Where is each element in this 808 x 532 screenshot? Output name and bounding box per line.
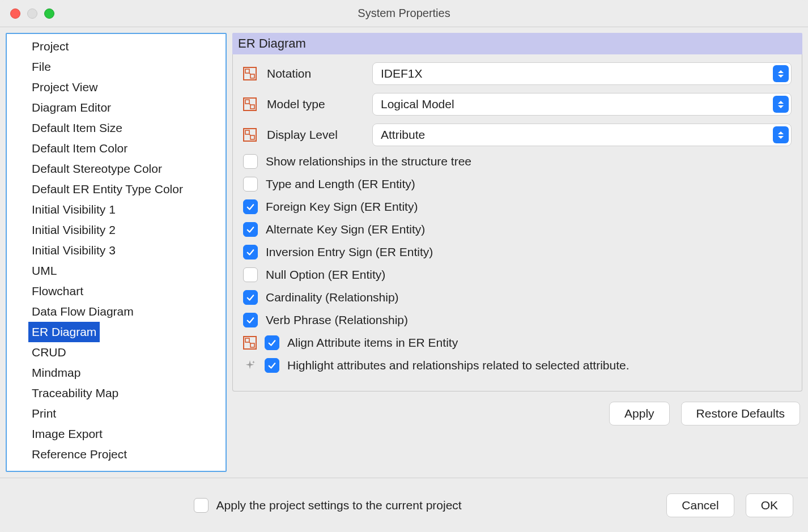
sidebar-item[interactable]: Traceability Map [7,383,226,403]
minimize-icon[interactable] [27,8,37,19]
sidebar-item[interactable]: File [7,57,226,77]
window-controls [10,8,54,19]
row-fk-sign: Foreign Key Sign (ER Entity) [243,199,792,214]
checkbox-verb-phrase[interactable] [243,313,258,327]
category-sidebar[interactable]: ProjectFileProject ViewDiagram EditorDef… [6,33,227,472]
svg-rect-5 [245,100,249,104]
row-highlight: Highlight attributes and relationships r… [243,358,792,373]
label-apply-project: Apply the project settings to the curren… [216,499,462,512]
sidebar-item[interactable]: Data Flow Diagram [7,301,226,322]
sidebar-item[interactable]: Default Item Color [7,138,226,159]
row-show-rel-tree: Show relationships in the structure tree [243,154,792,169]
svg-line-3 [249,73,250,74]
settings-main: ER Diagram Notation IDEF1X [232,33,802,472]
label-model-type: Model type [267,97,363,111]
sidebar-item[interactable]: Flowchart [7,281,226,301]
row-ak-sign: Alternate Key Sign (ER Entity) [243,222,792,237]
checkbox-highlight[interactable] [265,358,279,373]
er-icon [243,128,257,142]
svg-line-7 [249,104,250,105]
svg-line-15 [249,342,250,343]
maximize-icon[interactable] [44,8,54,19]
select-display-level-value: Attribute [381,128,425,142]
label-type-length: Type and Length (ER Entity) [266,177,415,191]
label-show-rel-tree: Show relationships in the structure tree [266,155,471,168]
label-cardinality: Cardinality (Relationship) [266,291,399,304]
checkbox-cardinality[interactable] [243,290,258,305]
checkbox-align-attr[interactable] [265,335,279,350]
panel-buttons: Apply Restore Defaults [232,391,802,425]
sidebar-item[interactable]: Project [7,36,226,57]
sidebar-item[interactable]: Image Export [7,424,226,444]
restore-defaults-button[interactable]: Restore Defaults [681,402,800,425]
stepper-icon [773,65,789,82]
sidebar-item[interactable]: Initial Visibility 3 [7,240,226,261]
window-title: System Properties [0,7,808,20]
label-notation: Notation [267,67,363,80]
cancel-button[interactable]: Cancel [666,493,734,517]
sidebar-item[interactable]: CRUD [7,342,226,363]
row-ie-sign: Inversion Entry Sign (ER Entity) [243,245,792,259]
stepper-icon [773,96,789,113]
sidebar-item[interactable]: Default Item Size [7,118,226,138]
label-ak-sign: Alternate Key Sign (ER Entity) [266,223,425,236]
label-null-option: Null Option (ER Entity) [266,268,385,282]
er-icon [243,67,257,80]
checkbox-fk-sign[interactable] [243,199,258,214]
row-display-level: Display Level Attribute [243,124,792,146]
sidebar-item[interactable]: Default ER Entity Type Color [7,179,226,199]
row-align-attr: Align Attribute items in ER Entity [243,335,792,350]
er-icon [243,97,257,111]
svg-rect-2 [250,74,254,78]
panel-header: ER Diagram [232,33,802,54]
checkbox-type-length[interactable] [243,177,258,191]
select-model-type[interactable]: Logical Model [372,93,792,116]
panel-body: Notation IDEF1X Model type Logical Model [232,54,802,391]
label-align-attr: Align Attribute items in ER Entity [287,336,458,350]
svg-line-11 [249,134,250,135]
sidebar-item[interactable]: Mindmap [7,363,226,383]
ok-button[interactable]: OK [746,493,793,517]
svg-rect-13 [245,338,249,342]
row-model-type: Model type Logical Model [243,93,792,116]
close-icon[interactable] [10,8,20,19]
sidebar-item[interactable]: Initial Visibility 2 [7,220,226,240]
row-notation: Notation IDEF1X [243,62,792,85]
row-type-length: Type and Length (ER Entity) [243,177,792,191]
sidebar-item[interactable]: Initial Visibility 1 [7,199,226,220]
row-null-option: Null Option (ER Entity) [243,267,792,282]
sidebar-item[interactable]: Print [7,403,226,424]
label-display-level: Display Level [267,128,363,142]
select-display-level[interactable]: Attribute [372,124,792,146]
sparkle-icon [243,359,257,372]
select-model-type-value: Logical Model [381,97,454,111]
label-verb-phrase: Verb Phrase (Relationship) [266,313,408,327]
sidebar-item[interactable]: UML [7,261,226,281]
sidebar-item[interactable]: Diagram Editor [7,97,226,118]
titlebar: System Properties [0,0,808,27]
svg-rect-6 [250,105,254,109]
checkbox-null-option[interactable] [243,267,258,282]
checkbox-ak-sign[interactable] [243,222,258,237]
sidebar-item[interactable]: ER Diagram [28,322,100,342]
checkbox-show-rel-tree[interactable] [243,154,258,169]
er-icon [243,336,257,350]
svg-rect-1 [245,69,249,73]
row-verb-phrase: Verb Phrase (Relationship) [243,313,792,327]
label-ie-sign: Inversion Entry Sign (ER Entity) [266,245,433,259]
system-properties-window: System Properties ProjectFileProject Vie… [0,0,808,532]
apply-button[interactable]: Apply [609,402,670,425]
sidebar-item[interactable]: Default Stereotype Color [7,159,226,179]
sidebar-item[interactable]: Project View [7,77,226,97]
checkbox-ie-sign[interactable] [243,245,258,259]
stepper-icon [773,126,789,143]
sidebar-item[interactable]: Reference Project [7,444,226,465]
svg-rect-10 [250,135,254,139]
footer: Apply the project settings to the curren… [0,478,808,532]
svg-rect-9 [245,130,249,134]
svg-rect-14 [250,343,254,347]
row-cardinality: Cardinality (Relationship) [243,290,792,305]
select-notation[interactable]: IDEF1X [372,62,792,85]
checkbox-apply-project[interactable] [194,498,209,513]
label-fk-sign: Foreign Key Sign (ER Entity) [266,200,418,214]
